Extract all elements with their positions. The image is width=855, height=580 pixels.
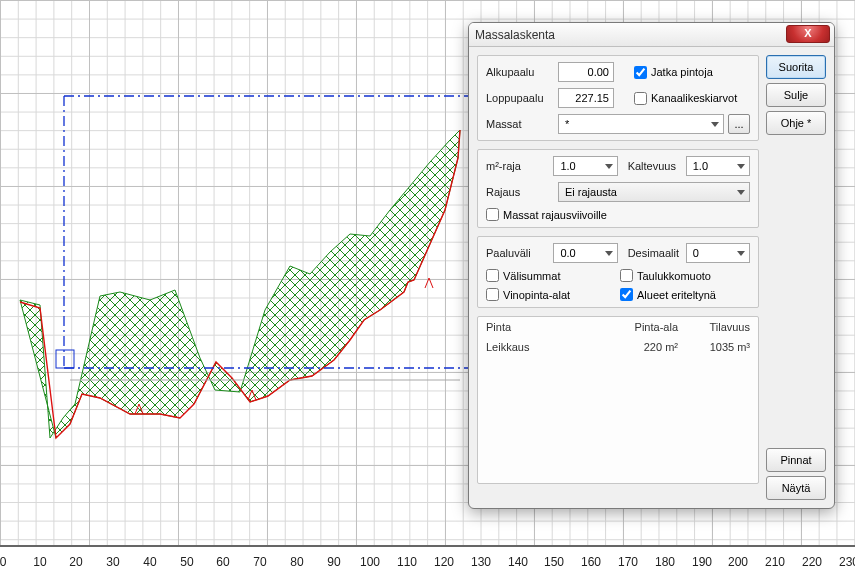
slant-areas-checkbox[interactable]: Vinopinta-alat <box>486 288 616 301</box>
decimals-value: 0 <box>693 247 699 259</box>
start-station-label: Alkupaalu <box>486 66 554 78</box>
col-surface: Pinta <box>486 321 606 333</box>
x-tick: 110 <box>397 555 417 569</box>
table-format-checkbox[interactable]: Taulukkomuoto <box>620 269 711 282</box>
x-tick: 60 <box>216 555 229 569</box>
close-icon[interactable]: X <box>786 25 830 43</box>
x-tick: 190 <box>692 555 712 569</box>
slope-combo[interactable]: 1.0 <box>686 156 750 176</box>
table-format-box[interactable] <box>620 269 633 282</box>
m2-limit-label: m²-raja <box>486 160 549 172</box>
chevron-down-icon <box>605 251 613 256</box>
col-volume: Tilavuus <box>678 321 750 333</box>
panel-limits: m²-raja 1.0 Kaltevuus 1.0 Rajaus Ei raja… <box>477 149 759 228</box>
chevron-down-icon <box>711 122 719 127</box>
areas-itemized-checkbox[interactable]: Alueet eriteltynä <box>620 288 716 301</box>
titlebar[interactable]: Massalaskenta X <box>469 23 834 47</box>
table-row: Leikkaus 220 m² 1035 m³ <box>486 341 750 353</box>
end-station-label: Loppupaalu <box>486 92 554 104</box>
x-tick: 140 <box>508 555 528 569</box>
slant-areas-label: Vinopinta-alat <box>503 289 570 301</box>
decimals-label: Desimaalit <box>628 247 682 259</box>
x-tick: 220 <box>802 555 822 569</box>
row-name: Leikkaus <box>486 341 606 353</box>
slope-value: 1.0 <box>693 160 708 172</box>
station-interval-value: 0.0 <box>560 247 575 259</box>
x-tick: 70 <box>253 555 266 569</box>
continue-surfaces-checkbox[interactable]: Jatka pintoja <box>634 66 713 79</box>
decimals-combo[interactable]: 0 <box>686 243 750 263</box>
panel-range: Alkupaalu Jatka pintoja Loppupaalu Kanaa… <box>477 55 759 141</box>
masses-value: * <box>565 118 569 130</box>
x-tick: 230 <box>839 555 855 569</box>
x-tick: 210 <box>765 555 785 569</box>
areas-itemized-label: Alueet eriteltynä <box>637 289 716 301</box>
mass-calc-dialog: Massalaskenta X Alkupaalu Jatka pintoja … <box>468 22 835 509</box>
subtotals-label: Välisummat <box>503 270 560 282</box>
surfaces-button[interactable]: Pinnat <box>766 448 826 472</box>
channel-avg-box[interactable] <box>634 92 647 105</box>
channel-avg-checkbox[interactable]: Kanaalikeskiarvot <box>634 92 737 105</box>
results-table: Pinta Pinta-ala Tilavuus Leikkaus 220 m²… <box>477 316 759 484</box>
x-tick: 50 <box>180 555 193 569</box>
x-tick: 130 <box>471 555 491 569</box>
x-tick: 120 <box>434 555 454 569</box>
x-tick: 170 <box>618 555 638 569</box>
slant-areas-box[interactable] <box>486 288 499 301</box>
start-station-input[interactable] <box>558 62 614 82</box>
x-axis-line <box>0 545 855 547</box>
continue-surfaces-label: Jatka pintoja <box>651 66 713 78</box>
row-area: 220 m² <box>606 341 678 353</box>
x-tick: 160 <box>581 555 601 569</box>
col-area: Pinta-ala <box>606 321 678 333</box>
svg-rect-0 <box>56 350 74 368</box>
help-button[interactable]: Ohje * <box>766 111 826 135</box>
masses-label: Massat <box>486 118 554 130</box>
chevron-down-icon <box>737 164 745 169</box>
x-tick: 90 <box>327 555 340 569</box>
x-tick: 200 <box>728 555 748 569</box>
chevron-down-icon <box>737 251 745 256</box>
show-button[interactable]: Näytä <box>766 476 826 500</box>
channel-avg-label: Kanaalikeskiarvot <box>651 92 737 104</box>
masses-to-boundary-label: Massat rajausviivoille <box>503 209 607 221</box>
slope-label: Kaltevuus <box>628 160 682 172</box>
station-interval-combo[interactable]: 0.0 <box>553 243 617 263</box>
m2-limit-value: 1.0 <box>560 160 575 172</box>
subtotals-box[interactable] <box>486 269 499 282</box>
x-tick: 150 <box>544 555 564 569</box>
station-interval-label: Paaluväli <box>486 247 549 259</box>
subtotals-checkbox[interactable]: Välisummat <box>486 269 616 282</box>
close-button[interactable]: Sulje <box>766 83 826 107</box>
x-tick: 10 <box>33 555 46 569</box>
panel-output: Paaluväli 0.0 Desimaalit 0 Välisummat <box>477 236 759 308</box>
continue-surfaces-box[interactable] <box>634 66 647 79</box>
run-button[interactable]: Suorita <box>766 55 826 79</box>
chevron-down-icon <box>605 164 613 169</box>
x-tick: 20 <box>69 555 82 569</box>
x-tick: 100 <box>360 555 380 569</box>
table-format-label: Taulukkomuoto <box>637 270 711 282</box>
browse-button[interactable]: ... <box>728 114 750 134</box>
masses-combo[interactable]: * <box>558 114 724 134</box>
x-tick: 0 <box>0 555 6 569</box>
areas-itemized-box[interactable] <box>620 288 633 301</box>
m2-limit-combo[interactable]: 1.0 <box>553 156 617 176</box>
masses-to-boundary-box[interactable] <box>486 208 499 221</box>
dialog-title: Massalaskenta <box>475 28 555 42</box>
bounding-label: Rajaus <box>486 186 554 198</box>
bounding-value: Ei rajausta <box>565 186 617 198</box>
end-station-input[interactable] <box>558 88 614 108</box>
x-tick: 80 <box>290 555 303 569</box>
x-tick: 180 <box>655 555 675 569</box>
bounding-combo[interactable]: Ei rajausta <box>558 182 750 202</box>
row-volume: 1035 m³ <box>678 341 750 353</box>
x-tick: 30 <box>106 555 119 569</box>
chevron-down-icon <box>737 190 745 195</box>
x-tick: 40 <box>143 555 156 569</box>
masses-to-boundary-checkbox[interactable]: Massat rajausviivoille <box>486 208 607 221</box>
